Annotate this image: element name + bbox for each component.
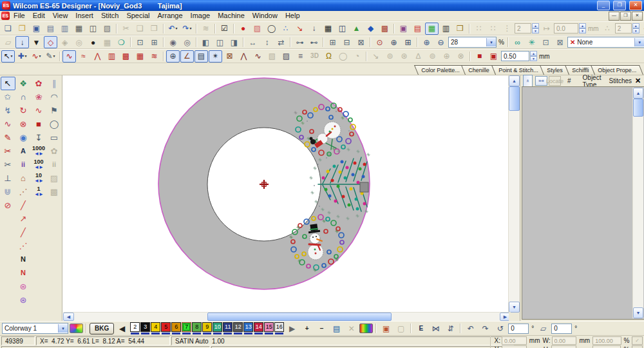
tatami-type-icon[interactable]: ▥ [105,50,118,63]
rectangle-tool-icon[interactable]: ▭ [47,131,62,144]
export-shape-icon[interactable]: ⚑ [47,104,62,117]
rotate-ccw-45-icon[interactable]: ↶ [464,322,477,334]
design-canvas-area[interactable]: ▲ ▼ ◀ ▶ [62,75,520,321]
space-horizontally-icon[interactable]: ↔ [246,36,260,48]
tab-color-palette-[interactable]: Color Palette... [413,65,466,75]
smoothing-icon[interactable]: ∿ [251,50,265,63]
group-icon[interactable]: ⊞ [326,36,339,48]
satin-special-type-icon[interactable]: ≈ [77,50,90,63]
auto-spacing-icon[interactable]: ▤ [194,50,208,63]
background-picture-icon[interactable]: ▣ [379,322,393,334]
print-preview-icon[interactable]: ◫ [86,23,100,35]
menu-view[interactable]: View [49,12,72,19]
stitch-angles-icon[interactable]: ∠ [180,50,194,63]
thread-colors-icon[interactable]: ◆ [364,23,377,35]
auto-start-end-icon[interactable]: ☑ [218,23,231,35]
object-list[interactable]: ▲ ▼ [522,86,644,320]
travel-start-icon[interactable]: ◉ [166,36,180,48]
circle-flip-icon[interactable]: ⊘ [1,198,15,212]
show-nodes-small-icon[interactable]: ⊡ [539,36,553,48]
scale-percent-field[interactable]: 100.00 [592,345,621,348]
vehicle-motif-icon[interactable]: ⌂ [16,171,31,185]
tab-chenille[interactable]: Chenille [461,65,497,75]
insert-design-icon[interactable]: ▥ [58,23,71,35]
skew-angle-field[interactable]: 0 [551,324,572,334]
travel-1000-button[interactable]: 1000◄► [31,144,46,158]
field-X[interactable]: 0.00 [502,336,527,345]
stitch-select-icon[interactable]: ∿ [1,117,15,131]
menu-machine[interactable]: Machine [214,12,249,19]
ungroup-icon[interactable]: ⊟ [340,36,354,48]
panel-scroll-thumb[interactable] [633,99,643,117]
pull-comp-length-field[interactable]: 0.0 [554,23,578,34]
align-center-icon[interactable]: ◫ [213,36,227,48]
motif-run-icon[interactable]: ∴ [279,23,292,35]
rosette-stitch-icon[interactable]: ⊛ [16,280,31,293]
auto-digitize-icon[interactable]: ▣ [397,23,410,35]
color-block-marker-icon[interactable]: ▣ [487,50,500,63]
panel-scroll-up-button[interactable]: ▲ [633,88,643,99]
space-evenly-icon[interactable]: ⇄ [274,36,288,48]
pattern-fill-icon[interactable]: ▨ [279,50,293,63]
current-effect-clear-icon[interactable]: ✕ [568,39,575,46]
hoop-toggle-icon[interactable]: ❍ [115,36,128,48]
ellipse-tool-icon[interactable]: ◯ [47,117,62,131]
print-icon[interactable]: ▦ [72,23,86,35]
show-nodes-large-icon[interactable]: ⊠ [553,36,567,48]
mirror-merge-icon[interactable]: ⊗ [16,117,31,131]
pull-comp-length-spinner[interactable]: ▲▼ [579,23,586,34]
color-block-icon[interactable]: ■ [32,117,46,131]
background-color-button[interactable]: BKG [90,323,114,334]
color-chip-4[interactable]: 4 [151,322,160,334]
parallel-lines-icon[interactable]: ∥ [47,77,62,90]
radial-fill-icon[interactable]: ✴ [209,50,222,63]
chevron-down-icon[interactable]: ▼ [58,324,68,333]
scroll-up-button[interactable]: ▲ [509,75,520,86]
chips-scroll-right-icon[interactable]: ▶ [285,322,299,334]
line-stitch-4-icon[interactable]: ⋰ [16,239,31,253]
scale-percent-field[interactable]: 100.00 [592,336,621,345]
line-stitch-2-icon[interactable]: ↗ [16,212,31,226]
pull-comp-count-field[interactable]: 2 [515,23,531,34]
stitch-spacing-spinner[interactable]: ▲▼ [530,51,537,61]
double-run-icon[interactable]: ⋀ [237,50,251,63]
trim-tool-icon[interactable]: ✂ [1,158,15,171]
menu-help[interactable]: Help [281,12,304,19]
color-chip-12[interactable]: 12 [233,322,243,334]
polygon-select-icon[interactable]: ◇ [44,36,57,48]
remove-color-icon[interactable]: − [315,322,328,334]
mdi-close-button[interactable]: ✕ [632,12,643,21]
stitch-grid-icon[interactable]: ▦ [321,23,335,35]
mix-thread-colors-icon[interactable]: ▦ [425,23,439,35]
save-design-icon[interactable]: ▣ [30,23,43,35]
zoom-in-icon[interactable]: ⊕ [420,36,433,48]
panel-collapse-button[interactable]: « [523,75,533,87]
panel-scroll-down-button[interactable]: ▼ [633,307,643,318]
panel-close-icon[interactable]: ✕ [633,77,643,85]
redo-icon[interactable]: ↷▾ [180,23,194,35]
mirror-horizontal-icon[interactable]: ⋈ [429,322,442,334]
chain-objects-icon[interactable]: ⊶ [293,36,307,48]
align-left-icon[interactable]: ◧ [199,36,213,48]
mdi-minimize-button[interactable]: — [609,12,620,21]
lettering-icon[interactable]: A [16,144,31,158]
thread-chart-icon[interactable]: ▥ [439,23,453,35]
menu-file[interactable]: File [10,12,29,19]
horizontal-scroll-thumb[interactable] [207,313,392,321]
hoop-globe-icon[interactable]: ◉ [16,131,31,144]
menu-window[interactable]: Window [249,12,281,19]
new-design-icon[interactable]: ❏ [1,23,15,35]
color-chip-15[interactable]: 15 [264,322,274,334]
gradient-tool-icon[interactable] [359,324,373,333]
zoom-1-to-1-icon[interactable]: ⊙ [373,36,386,48]
tab-point-stitch-[interactable]: Point & Stitch... [491,65,545,75]
add-color-icon[interactable]: + [300,322,314,334]
chevron-down-icon[interactable]: ▼ [634,38,644,46]
shortening-count-spinner[interactable]: ▲▼ [632,23,639,34]
scroll-left-button[interactable]: ◀ [63,313,74,321]
close-button[interactable]: ✕ [629,1,642,10]
n-stitch-red-icon[interactable]: N [16,266,31,280]
color-chip-14[interactable]: 14 [254,322,263,334]
stitch-spacing-field[interactable]: 0.50 [501,51,529,61]
zigzag-motif-icon[interactable]: ∿ [32,104,46,117]
